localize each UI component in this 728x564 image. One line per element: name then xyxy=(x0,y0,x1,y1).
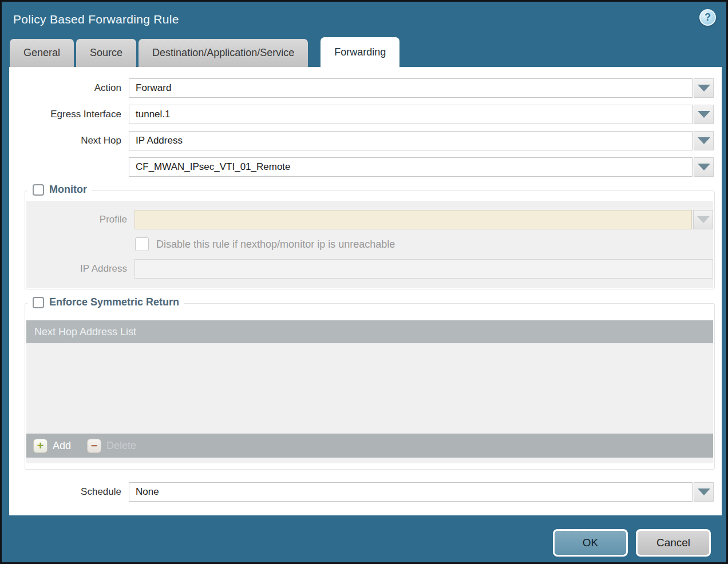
monitor-ip-address-label: IP Address xyxy=(26,263,127,275)
delete-button-label: Delete xyxy=(106,440,136,452)
next-hop-address-list-body[interactable] xyxy=(26,343,713,434)
egress-interface-select[interactable]: tunnel.1 xyxy=(129,105,693,124)
next-hop-address-list-table: Next Hop Address List + Add − Delete xyxy=(26,320,713,463)
chevron-down-icon xyxy=(698,85,710,92)
enforce-symmetric-return-legend-label: Enforce Symmetric Return xyxy=(49,296,179,308)
monitor-ip-address-row: IP Address xyxy=(26,259,713,279)
monitor-checkbox[interactable] xyxy=(33,184,44,196)
schedule-select[interactable]: None xyxy=(129,482,693,502)
profile-select xyxy=(134,210,692,229)
schedule-label: Schedule xyxy=(9,486,121,498)
tab-bar: General Source Destination/Application/S… xyxy=(2,37,726,67)
tab-general[interactable]: General xyxy=(10,39,74,67)
forwarding-tab-panel: Action Forward Egress Interface tunnel.1… xyxy=(9,67,722,515)
minus-icon: − xyxy=(87,439,101,453)
tab-source[interactable]: Source xyxy=(76,39,136,67)
chevron-down-icon xyxy=(698,488,710,495)
enforce-symmetric-return-checkbox[interactable] xyxy=(33,297,44,308)
help-icon[interactable]: ? xyxy=(699,9,716,26)
next-hop-address-dropdown-button[interactable] xyxy=(694,157,714,177)
chevron-down-icon xyxy=(698,164,710,170)
next-hop-dropdown-button[interactable] xyxy=(694,131,714,150)
disable-rule-label: Disable this rule if nexthop/monitor ip … xyxy=(156,239,395,251)
chevron-down-icon xyxy=(697,216,710,223)
plus-icon: + xyxy=(33,439,48,453)
dialog-titlebar: Policy Based Forwarding Rule ? xyxy=(2,2,726,37)
profile-label: Profile xyxy=(26,214,127,225)
add-button-label: Add xyxy=(53,440,71,452)
next-hop-type-select[interactable]: IP Address xyxy=(129,131,693,150)
next-hop-row: Next Hop IP Address xyxy=(9,131,722,150)
next-hop-address-row: CF_MWAN_IPsec_VTI_01_Remote xyxy=(9,157,722,177)
monitor-legend: Monitor xyxy=(27,184,92,196)
profile-dropdown-button xyxy=(693,210,713,229)
cancel-button[interactable]: Cancel xyxy=(636,529,711,557)
action-select[interactable]: Forward xyxy=(129,78,693,98)
add-button[interactable]: + Add xyxy=(33,439,71,453)
delete-button: − Delete xyxy=(87,439,136,453)
next-hop-address-select[interactable]: CF_MWAN_IPsec_VTI_01_Remote xyxy=(129,157,693,177)
disable-rule-row: Disable this rule if nexthop/monitor ip … xyxy=(135,237,713,251)
egress-interface-row: Egress Interface tunnel.1 xyxy=(9,105,722,124)
tab-forwarding[interactable]: Forwarding xyxy=(321,37,399,67)
disable-rule-checkbox xyxy=(135,237,149,251)
next-hop-label: Next Hop xyxy=(9,135,121,146)
ok-button[interactable]: OK xyxy=(553,529,628,557)
schedule-dropdown-button[interactable] xyxy=(694,482,714,502)
action-dropdown-button[interactable] xyxy=(694,78,714,98)
tab-destination-application-service[interactable]: Destination/Application/Service xyxy=(139,39,308,67)
monitor-panel: Profile Disable this rule if nexthop/mon… xyxy=(26,201,713,288)
pbf-rule-dialog: Policy Based Forwarding Rule ? General S… xyxy=(0,0,728,564)
dialog-footer: OK Cancel xyxy=(2,515,726,562)
egress-interface-label: Egress Interface xyxy=(9,109,121,120)
chevron-down-icon xyxy=(698,137,710,144)
chevron-down-icon xyxy=(698,111,710,118)
action-row: Action Forward xyxy=(9,78,722,98)
egress-interface-dropdown-button[interactable] xyxy=(694,105,714,124)
next-hop-address-list-header: Next Hop Address List xyxy=(26,320,713,343)
profile-row: Profile xyxy=(26,210,713,229)
monitor-section: Monitor Profile Disable this rule if nex… xyxy=(25,190,715,289)
monitor-ip-address-input xyxy=(134,259,713,279)
schedule-row: Schedule None xyxy=(9,482,722,502)
enforce-symmetric-return-legend: Enforce Symmetric Return xyxy=(27,296,184,308)
dialog-title: Policy Based Forwarding Rule xyxy=(13,13,179,26)
action-label: Action xyxy=(9,82,121,94)
next-hop-address-list-footer: + Add − Delete xyxy=(26,434,713,458)
monitor-legend-label: Monitor xyxy=(49,184,87,196)
enforce-symmetric-return-section: Enforce Symmetric Return Next Hop Addres… xyxy=(25,303,715,470)
